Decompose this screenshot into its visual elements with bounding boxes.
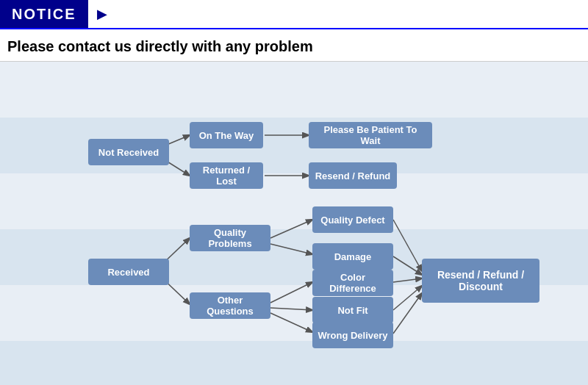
- resend-refund-discount-box: Resend / Refund / Discount: [422, 259, 539, 303]
- quality-defect-box: Quality Defect: [312, 206, 393, 233]
- page-subtitle: Please contact us directly with any prob…: [0, 29, 588, 62]
- notice-label: NOTICE: [0, 0, 88, 28]
- arrows-svg: [0, 62, 588, 385]
- color-difference-box: Color Difference: [312, 270, 393, 296]
- svg-line-11: [393, 220, 422, 271]
- returned-lost-box: Returned / Lost: [190, 162, 263, 189]
- other-questions-box: Other Questions: [190, 292, 270, 319]
- resend-refund-box: Resend / Refund: [309, 162, 397, 189]
- damage-box: Damage: [312, 243, 393, 270]
- diagram-area: Not Received On The Way Please Be Patien…: [0, 62, 588, 385]
- wrong-delivery-box: Wrong Delivery: [312, 322, 393, 348]
- notice-header: NOTICE ▶: [0, 0, 588, 29]
- svg-line-12: [393, 256, 422, 275]
- notice-arrow-icon: ▶: [97, 6, 107, 22]
- svg-line-10: [270, 313, 312, 332]
- svg-line-8: [270, 282, 312, 303]
- svg-line-9: [270, 308, 312, 310]
- svg-line-13: [393, 278, 422, 282]
- svg-line-6: [270, 220, 312, 238]
- received-box: Received: [88, 259, 169, 285]
- quality-problems-box: Quality Problems: [190, 225, 270, 251]
- svg-line-14: [393, 286, 422, 310]
- svg-line-15: [393, 293, 422, 334]
- svg-line-7: [270, 244, 312, 254]
- not-received-box: Not Received: [88, 139, 169, 165]
- please-be-patient-box: Please Be Patient To Wait: [309, 122, 432, 148]
- on-the-way-box: On The Way: [190, 122, 263, 148]
- not-fit-box: Not Fit: [312, 297, 393, 323]
